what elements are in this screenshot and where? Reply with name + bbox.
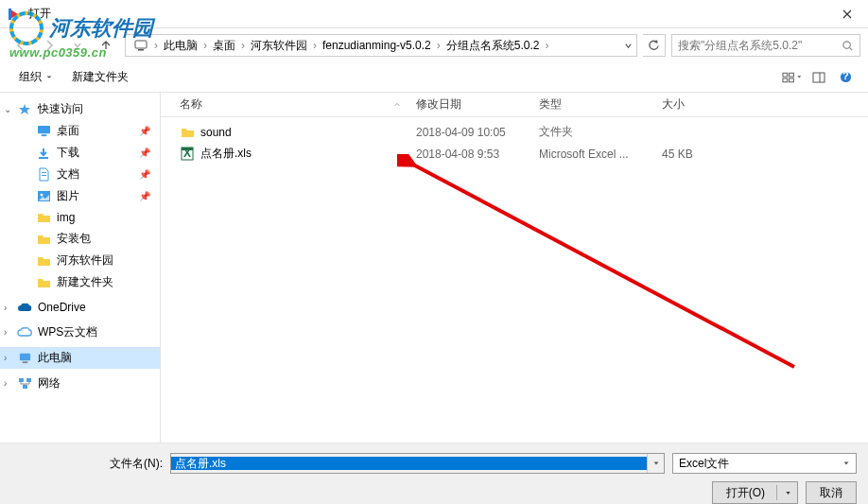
new-folder-button[interactable]: 新建文件夹: [64, 65, 136, 89]
svg-rect-3: [135, 41, 147, 48]
recent-button[interactable]: [64, 34, 91, 57]
folder-icon: [36, 210, 51, 225]
file-type: Microsoft Excel ...: [531, 148, 654, 161]
preview-icon: [812, 72, 825, 83]
titlebar: 打开: [0, 0, 868, 28]
organize-menu[interactable]: 组织: [11, 65, 61, 89]
network-icon: [17, 376, 32, 391]
svg-rect-2: [9, 9, 11, 20]
col-header-date[interactable]: 修改日期: [408, 96, 531, 113]
svg-rect-15: [41, 134, 46, 136]
filename-combo[interactable]: [170, 453, 665, 474]
sidebar-item-desktop[interactable]: 桌面📌: [0, 120, 160, 142]
breadcrumb[interactable]: › 此电脑 › 桌面 › 河东软件园 › fenzudianming-v5.0.…: [125, 34, 637, 57]
arrow-up-icon: [99, 39, 113, 52]
col-header-name[interactable]: 名称: [172, 96, 408, 113]
up-button[interactable]: [93, 34, 119, 57]
sidebar-item-hedong[interactable]: 河东软件园: [0, 250, 160, 271]
svg-text:?: ?: [842, 71, 849, 81]
forward-button[interactable]: [36, 34, 62, 57]
cancel-button[interactable]: 取消: [806, 481, 857, 504]
folder-icon: [36, 232, 51, 247]
search-input[interactable]: [678, 39, 838, 52]
pin-icon: 📌: [139, 169, 150, 180]
svg-rect-21: [19, 354, 29, 360]
navbar: › 此电脑 › 桌面 › 河东软件园 › fenzudianming-v5.0.…: [0, 28, 868, 62]
close-button[interactable]: [825, 0, 868, 28]
file-date: 2018-04-09 10:05: [408, 126, 531, 139]
svg-rect-22: [22, 361, 27, 363]
onedrive-icon: [17, 300, 32, 315]
sidebar-item-pictures[interactable]: 图片📌: [0, 185, 160, 207]
svg-rect-23: [19, 378, 24, 382]
pc-icon: [17, 351, 32, 366]
crumb-folder3[interactable]: 分组点名系统5.0.2: [443, 38, 544, 54]
sort-icon: [393, 101, 401, 109]
sidebar-thispc[interactable]: › 此电脑: [0, 347, 160, 369]
pc-icon: [133, 39, 148, 52]
filter-combo[interactable]: Excel文件: [672, 453, 857, 474]
svg-rect-6: [783, 73, 788, 77]
col-header-size[interactable]: 大小: [654, 96, 730, 113]
filename-label: 文件名(N):: [11, 456, 163, 472]
close-icon: [842, 9, 852, 19]
column-headers: 名称 修改日期 类型 大小: [161, 93, 868, 117]
sidebar-item-img[interactable]: img: [0, 207, 160, 228]
expand-icon: ›: [4, 353, 7, 363]
svg-rect-10: [813, 73, 825, 82]
expand-icon: ›: [4, 378, 7, 389]
pin-icon: 📌: [139, 148, 150, 158]
search-icon: [842, 40, 854, 52]
folder-icon: [36, 253, 51, 269]
footer: 文件名(N): Excel文件 打开(O) 取消: [0, 443, 868, 504]
col-header-type[interactable]: 类型: [531, 96, 654, 113]
file-row[interactable]: sound 2018-04-09 10:05 文件夹: [161, 121, 868, 143]
back-button[interactable]: [8, 34, 34, 57]
file-date: 2018-04-08 9:53: [408, 148, 531, 161]
open-button[interactable]: 打开(O): [712, 481, 798, 504]
search-box[interactable]: [671, 34, 860, 57]
preview-pane-button[interactable]: [807, 68, 830, 87]
svg-point-20: [40, 194, 43, 197]
refresh-button[interactable]: [643, 34, 666, 57]
chevron-down-icon: [785, 490, 791, 496]
expand-icon: ›: [4, 327, 7, 338]
crumb-desktop[interactable]: 桌面: [209, 38, 239, 54]
crumb-thispc[interactable]: 此电脑: [160, 38, 201, 54]
sidebar-item-downloads[interactable]: 下载📌: [0, 142, 160, 164]
app-icon: [8, 7, 23, 22]
crumb-folder2[interactable]: fenzudianming-v5.0.2: [319, 39, 435, 52]
help-icon: ?: [840, 71, 852, 83]
file-name: 点名册.xls: [200, 146, 252, 162]
svg-point-5: [843, 41, 850, 47]
svg-rect-14: [38, 126, 50, 133]
filename-dropdown[interactable]: [647, 454, 664, 473]
sidebar-item-newfolder[interactable]: 新建文件夹: [0, 271, 160, 293]
toolbar: 组织 新建文件夹 ?: [0, 62, 868, 93]
view-options-button[interactable]: [781, 68, 804, 87]
excel-icon: X: [180, 147, 195, 162]
filename-input[interactable]: [171, 457, 647, 470]
chevron-down-icon[interactable]: [624, 42, 633, 50]
help-button[interactable]: ?: [834, 68, 857, 87]
collapse-icon: ⌄: [4, 104, 11, 114]
svg-rect-17: [42, 172, 46, 173]
sidebar: ⌄ 快速访问 桌面📌 下载📌 文档📌 图片📌 i: [0, 93, 161, 443]
file-row[interactable]: X 点名册.xls 2018-04-08 9:53 Microsoft Exce…: [161, 143, 868, 165]
svg-rect-9: [790, 78, 794, 81]
sidebar-quick-access[interactable]: ⌄ 快速访问: [0, 98, 160, 120]
sidebar-onedrive[interactable]: › OneDrive: [0, 297, 160, 318]
picture-icon: [36, 189, 51, 204]
sidebar-network[interactable]: › 网络: [0, 373, 160, 394]
sidebar-item-install[interactable]: 安装包: [0, 228, 160, 250]
crumb-folder1[interactable]: 河东软件园: [247, 38, 311, 54]
folder-icon: [36, 275, 51, 290]
chevron-down-icon: [45, 74, 53, 81]
arrow-right-icon: [43, 39, 56, 52]
chevron-down-icon: [842, 460, 850, 467]
sidebar-item-documents[interactable]: 文档📌: [0, 164, 160, 185]
sidebar-wps[interactable]: › WPS云文档: [0, 322, 160, 343]
svg-text:X: X: [183, 147, 191, 160]
download-icon: [36, 146, 51, 161]
pin-icon: 📌: [139, 126, 150, 136]
